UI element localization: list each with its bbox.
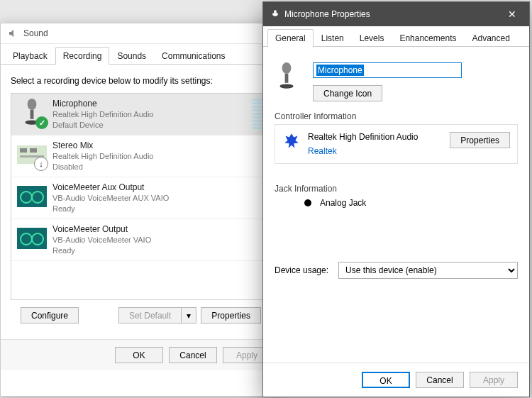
svg-rect-4 (20, 148, 27, 153)
properties-tabs: GeneralListenLevelsEnhancementsAdvanced (263, 29, 529, 47)
device-sub: VB-Audio VoiceMeeter VAIO (52, 235, 265, 245)
device-usage-select[interactable]: Use this device (enable) (338, 262, 518, 279)
device-icon (17, 140, 47, 170)
jack-type: Analog Jack (320, 198, 366, 208)
device-status: Ready (52, 204, 265, 214)
device-status: Ready (52, 245, 265, 256)
sound-instruction: Select a recording device below to modif… (11, 76, 271, 86)
device-name: VoiceMeeter Aux Output (52, 182, 265, 193)
sound-tab-communications[interactable]: Communications (154, 47, 233, 65)
device-icon (17, 182, 47, 211)
change-icon-button[interactable]: Change Icon (313, 85, 382, 101)
prop-tab-enhancements[interactable]: Enhancements (392, 29, 464, 47)
properties-window: Microphone Properties ✕ GeneralListenLev… (262, 1, 530, 397)
controller-properties-button[interactable]: Properties (450, 132, 510, 148)
sound-ok-button[interactable]: OK (115, 347, 163, 363)
device-icon (17, 98, 47, 128)
svg-point-10 (279, 84, 293, 88)
controller-vendor-link[interactable]: Realtek (308, 146, 443, 156)
sound-tabs: PlaybackRecordingSoundsCommunications (1, 47, 281, 65)
prop-ok-button[interactable]: OK (362, 372, 410, 388)
svg-point-8 (282, 62, 292, 74)
device-list[interactable]: MicrophoneRealtek High Definition AudioD… (11, 93, 271, 300)
device-sub: VB-Audio VoiceMeeter AUX VAIO (52, 193, 265, 204)
configure-button[interactable]: Configure (21, 307, 79, 324)
sound-cancel-button[interactable]: Cancel (169, 347, 217, 363)
svg-rect-9 (285, 74, 289, 83)
svg-point-0 (28, 99, 37, 110)
device-microphone[interactable]: MicrophoneRealtek High Definition AudioD… (11, 94, 270, 136)
properties-button[interactable]: Properties (201, 307, 261, 324)
properties-title-text: Microphone Properties (284, 9, 502, 19)
prop-tab-levels[interactable]: Levels (352, 29, 392, 47)
sound-window: Sound PlaybackRecordingSoundsCommunicati… (0, 23, 282, 397)
jack-info-label: Jack Information (275, 184, 518, 194)
sound-title-text: Sound (23, 28, 48, 38)
prop-tab-listen[interactable]: Listen (314, 29, 352, 47)
jack-color-icon (304, 199, 311, 206)
prop-cancel-button[interactable]: Cancel (416, 372, 464, 388)
controller-info-box: Realtek High Definition Audio Realtek Pr… (275, 124, 518, 164)
device-status: Disabled (52, 162, 265, 172)
controller-info-label: Controller Information (275, 111, 518, 121)
device-status: Default Device (52, 120, 252, 131)
properties-dialog-buttons: OK Cancel Apply (263, 363, 529, 397)
device-name-input[interactable]: Microphone (313, 62, 462, 78)
prop-tab-advanced[interactable]: Advanced (464, 29, 517, 47)
prop-tab-general[interactable]: General (267, 29, 314, 47)
properties-titlebar[interactable]: Microphone Properties ✕ (263, 2, 529, 26)
device-usage-label: Device usage: (275, 265, 328, 275)
set-default-caret-icon[interactable]: ▾ (182, 307, 196, 324)
speaker-icon (8, 28, 19, 39)
controller-name: Realtek High Definition Audio (308, 132, 443, 142)
jack-row: Analog Jack (275, 194, 518, 212)
device-voicemeeter-output[interactable]: VoiceMeeter OutputVB-Audio VoiceMeeter V… (11, 219, 270, 261)
device-name: Stereo Mix (52, 140, 265, 151)
device-stereo-mix[interactable]: Stereo MixRealtek High Definition AudioD… (11, 136, 270, 177)
mic-icon (270, 9, 280, 19)
sound-dialog-buttons: OK Cancel Apply (1, 339, 281, 370)
set-default-button[interactable]: Set Default ▾ (118, 307, 196, 324)
realtek-icon (282, 132, 301, 150)
device-icon (17, 223, 47, 253)
sound-tab-playback[interactable]: Playback (5, 47, 55, 65)
default-badge-icon (35, 116, 48, 129)
sound-tab-recording[interactable]: Recording (55, 47, 110, 65)
device-name: VoiceMeeter Output (52, 223, 265, 235)
svg-rect-1 (31, 110, 34, 119)
device-large-icon (275, 62, 299, 91)
device-sub: Realtek High Definition Audio (52, 151, 265, 162)
disabled-badge-icon (34, 157, 48, 171)
close-icon[interactable]: ✕ (502, 7, 522, 21)
prop-apply-button[interactable]: Apply (470, 372, 518, 388)
device-name: Microphone (52, 98, 252, 109)
svg-rect-5 (30, 148, 37, 153)
sound-titlebar: Sound (1, 23, 281, 44)
device-sub: Realtek High Definition Audio (52, 109, 252, 120)
sound-tab-sounds[interactable]: Sounds (109, 47, 154, 65)
device-voicemeeter-aux-output[interactable]: VoiceMeeter Aux OutputVB-Audio VoiceMeet… (11, 177, 270, 219)
